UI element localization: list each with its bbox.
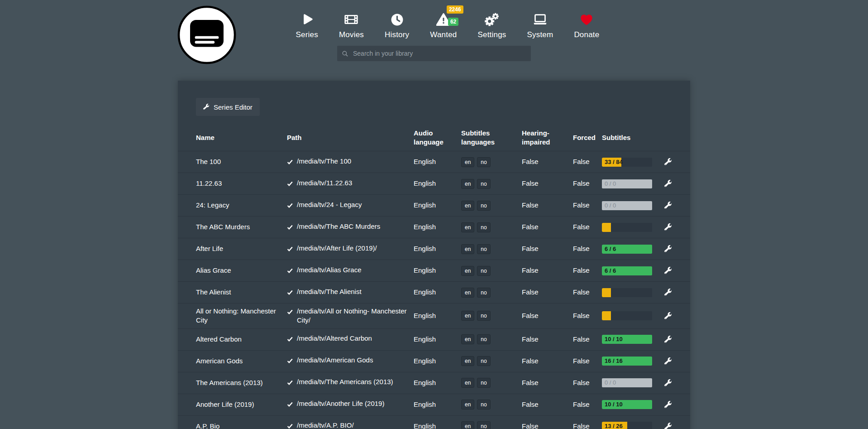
wrench-icon [203,104,210,110]
nav-history[interactable]: History [374,12,420,39]
audio-language: English [414,422,461,429]
col-header-forced: Forced [573,133,602,142]
subtitles-cell: 10 / 10 [602,400,656,409]
edit-series-wrench-icon[interactable] [664,289,672,296]
progress-label: 6 / 6 [605,267,616,275]
series-name[interactable]: The ABC Murders [196,222,287,231]
progress-label: 33 / 84 [605,158,623,166]
col-header-subtitles: Subtitles [602,133,656,142]
series-path: /media/tv/Altered Carbon [297,334,372,343]
col-header-hearing-impaired: Hearing-impaired [522,129,573,146]
edit-series-wrench-icon[interactable] [664,336,672,343]
nav-label: Series [296,30,318,39]
hearing-impaired: False [522,266,573,275]
progress-label: 0 / 0 [605,202,616,210]
hearing-impaired: False [522,244,573,253]
wanted-series-count-badge: 2246 [447,5,463,14]
nav-label: System [527,30,553,39]
series-name[interactable]: After Life [196,244,287,253]
nav-settings[interactable]: Settings [467,12,516,39]
search-input[interactable] [352,49,526,58]
nav-label: Movies [339,30,364,39]
edit-series-wrench-icon[interactable] [664,202,672,209]
main-nav: Series Movies History [14,0,868,39]
hearing-impaired: False [522,157,573,166]
series-name[interactable]: The Americans (2013) [196,378,287,387]
hearing-impaired: False [522,335,573,344]
series-path: /media/tv/The 100 [297,157,351,166]
check-icon [287,289,293,298]
hearing-impaired: False [522,311,573,320]
nav-series[interactable]: Series [286,12,329,39]
series-path: /media/tv/The Americans (2013) [297,377,393,386]
series-path-cell: /media/tv/A.P. BIO/ [287,421,414,429]
language-badge: en [461,400,474,410]
language-badge: no [477,288,490,298]
nav-donate[interactable]: Donate [563,12,610,39]
series-path-cell: /media/tv/Another Life (2019) [287,399,414,410]
edit-series-wrench-icon[interactable] [664,158,672,166]
subtitles-progress [602,223,652,232]
nav-movies[interactable]: Movies [329,12,374,39]
series-name[interactable]: Alias Grace [196,266,287,275]
edit-series-wrench-icon[interactable] [664,401,672,409]
subtitles-progress [602,311,652,320]
table-row: A.P. Bio /media/tv/A.P. BIO/ English enn… [178,416,690,429]
table-row: American Gods /media/tv/American Gods En… [178,351,690,372]
nav-system[interactable]: System [517,12,564,39]
table-row: 24: Legacy /media/tv/24 - Legacy English… [178,195,690,217]
progress-label: 0 / 0 [605,180,616,188]
series-path-cell: /media/tv/The ABC Murders [287,222,414,232]
subtitles-progress: 6 / 6 [602,245,652,254]
subtitles-progress [602,288,652,297]
edit-series-wrench-icon[interactable] [664,357,672,365]
col-header-subtitles-languages: Subtitles languages [461,129,522,146]
progress-label: 0 / 0 [605,379,616,387]
edit-series-wrench-icon[interactable] [664,423,672,429]
subtitles-languages: enno [461,266,522,276]
subtitles-progress: 0 / 0 [602,201,652,210]
edit-series-wrench-icon[interactable] [664,245,672,253]
progress-label: 13 / 26 [605,422,623,429]
audio-language: English [414,179,461,188]
check-icon [287,267,293,276]
series-name[interactable]: Altered Carbon [196,335,287,344]
nav-wanted[interactable]: 2246 62 Wanted [420,12,467,39]
series-editor-button[interactable]: Series Editor [196,98,260,116]
check-icon [287,223,293,232]
subtitles-cell: 13 / 26 [602,422,656,429]
subtitles-progress: 0 / 0 [602,378,652,387]
series-name[interactable]: 24: Legacy [196,201,287,210]
col-header-name: Name [196,133,287,142]
table-row: After Life /media/tv/After Life (2019)/ … [178,238,690,260]
hearing-impaired: False [522,357,573,366]
series-name[interactable]: The Alienist [196,288,287,297]
warning-icon: 2246 62 [436,12,451,27]
edit-series-wrench-icon[interactable] [664,223,672,231]
progress-label: 10 / 10 [605,335,623,343]
subtitles-progress: 0 / 0 [602,179,652,188]
edit-series-wrench-icon[interactable] [664,180,672,188]
language-badge: no [477,157,490,167]
check-icon [287,158,293,167]
check-icon [287,308,293,317]
language-badge: en [461,266,474,276]
nav-label: History [385,30,409,39]
laptop-icon [532,12,548,27]
language-badge: en [461,334,474,344]
language-badge: no [477,311,490,321]
series-name[interactable]: American Gods [196,357,287,366]
edit-series-wrench-icon[interactable] [664,312,672,320]
nav-label: Settings [477,30,506,39]
edit-series-wrench-icon[interactable] [664,267,672,275]
series-name[interactable]: All or Nothing: Manchester City [196,307,287,325]
check-icon [287,357,293,366]
series-name[interactable]: A.P. Bio [196,422,287,429]
subtitles-cell: 10 / 10 [602,335,656,344]
forced: False [573,266,602,275]
language-badge: en [461,201,474,211]
series-name[interactable]: 11.22.63 [196,179,287,188]
series-name[interactable]: Another Life (2019) [196,400,287,409]
series-name[interactable]: The 100 [196,157,287,166]
edit-series-wrench-icon[interactable] [664,379,672,387]
